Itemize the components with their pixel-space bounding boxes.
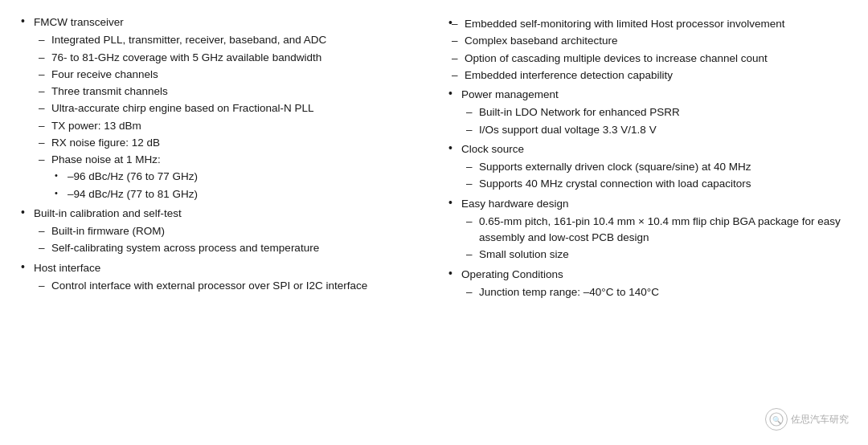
host-label: Host interface [34,262,100,274]
dash-item: Supports externally driven clock (square… [461,159,849,175]
dash-item: Three transmit channels [34,84,421,100]
fmcw-sub: Integrated PLL, transmitter, receiver, b… [34,32,421,202]
power-sub: Built-in LDO Network for enhanced PSRR I… [461,104,849,138]
dash-item: Self-calibrating system across process a… [34,240,421,256]
list-item-hardware: Easy hardware design 0.65-mm pitch, 161-… [447,196,849,263]
dash-item: Supports 40 MHz crystal connection with … [461,176,849,192]
dash-item: Four receive channels [34,67,421,83]
list-item-power: Power management Built-in LDO Network fo… [447,87,849,138]
dash-item: Built-in firmware (ROM) [34,223,421,239]
dash-item: Embedded self-monitoring with limited Ho… [447,16,849,32]
list-item-host: Host interface Control interface with ex… [19,260,421,295]
calibration-sub: Built-in firmware (ROM) Self-calibrating… [34,223,421,257]
phase-noise-sub: –96 dBc/Hz (76 to 77 GHz) –94 dBc/Hz (77… [51,169,421,202]
right-list: Embedded self-monitoring with limited Ho… [447,16,849,300]
dash-item: 0.65-mm pitch, 161-pin 10.4 mm × 10.4 mm… [461,214,849,247]
dash-item: Embedded interference detection capabili… [447,67,849,84]
dash-item: Complex baseband architecture [447,33,849,49]
list-item-operating: Operating Conditions Junction temp range… [447,267,849,301]
dash-item: Ultra-accurate chirp engine based on Fra… [34,100,421,116]
clock-sub: Supports externally driven clock (square… [461,159,849,193]
dash-item: Control interface with external processo… [34,278,421,294]
dash-item: RX noise figure: 12 dB [34,135,421,151]
watermark-text: 佐思汽车研究 [791,413,849,427]
right-column: Embedded self-monitoring with limited Ho… [434,14,852,431]
bullet-item: –96 dBc/Hz (76 to 77 GHz) [51,169,421,185]
list-item-continuation: Embedded self-monitoring with limited Ho… [447,16,849,84]
left-column: FMCW transceiver Integrated PLL, transmi… [16,14,434,431]
list-item-calibration: Built-in calibration and self-test Built… [19,206,421,257]
hardware-label: Easy hardware design [461,198,569,210]
dash-item: I/Os support dual voltage 3.3 V/1.8 V [461,122,849,138]
calibration-label: Built-in calibration and self-test [34,207,182,219]
svg-text:🔍: 🔍 [772,415,782,425]
dash-item: Option of cascading multiple devices to … [447,51,849,67]
dash-item: Phase noise at 1 MHz: –96 dBc/Hz (76 to … [34,152,421,202]
dash-item: TX power: 13 dBm [34,118,421,134]
dash-item: 76- to 81-GHz coverage with 5 GHz availa… [34,50,421,66]
dash-item: Small solution size [461,247,849,263]
clock-label: Clock source [461,143,524,155]
bullet-item: –94 dBc/Hz (77 to 81 GHz) [51,186,421,202]
hardware-sub: 0.65-mm pitch, 161-pin 10.4 mm × 10.4 mm… [461,214,849,263]
fmcw-label: FMCW transceiver [34,16,124,28]
dash-item: Integrated PLL, transmitter, receiver, b… [34,32,421,48]
operating-sub: Junction temp range: –40°C to 140°C [461,284,849,300]
dash-item: Junction temp range: –40°C to 140°C [461,284,849,300]
power-label: Power management [461,88,559,100]
left-list: FMCW transceiver Integrated PLL, transmi… [19,14,421,294]
dash-item: Built-in LDO Network for enhanced PSRR [461,104,849,120]
list-item-fmcw: FMCW transceiver Integrated PLL, transmi… [19,14,421,202]
list-item-clock: Clock source Supports externally driven … [447,141,849,193]
operating-label: Operating Conditions [461,268,563,280]
watermark: 🔍 佐思汽车研究 [765,408,849,431]
continuation-sub: Embedded self-monitoring with limited Ho… [447,16,849,84]
host-sub: Control interface with external processo… [34,278,421,294]
watermark-icon: 🔍 [765,408,788,431]
